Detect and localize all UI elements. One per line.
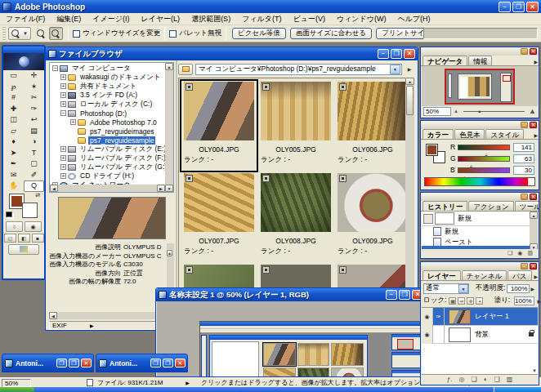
adobe-online-button[interactable] [3, 53, 44, 70]
layer-row[interactable]: ◉ ✑ レイヤー 1 [422, 308, 538, 326]
zoom-out-mountain-icon[interactable]: ▲ [454, 109, 458, 114]
tree-hscrollbar[interactable]: ◀ ▶ [50, 185, 165, 192]
panel-tab[interactable]: 色見本 [454, 129, 485, 139]
thumbnail-item[interactable]: OLY007.JPG ランク : - [181, 172, 257, 263]
tree-toggle[interactable] [70, 137, 76, 143]
file-browser-titlebar[interactable]: ファイルブラウザ − ❐ ✕ [46, 47, 418, 60]
tool-button[interactable]: ➤ [3, 148, 24, 159]
windows-taskbar[interactable] [0, 387, 541, 392]
panel-titlebar[interactable]: − ✕ [421, 47, 539, 56]
tree-item[interactable]: + Adobe Photoshop 7.0 [51, 118, 165, 127]
tree-item[interactable]: + wakasugi のドキュメント [51, 73, 165, 82]
panel-tab[interactable]: 情報 [468, 56, 492, 65]
swap-colors-icon[interactable]: ⇄ [35, 192, 40, 198]
channel-slider[interactable]: ▵ [458, 156, 510, 162]
tool-button[interactable]: ♦ [3, 136, 24, 148]
fullscreen-menubar-button[interactable]: ◧ [18, 234, 30, 243]
menu-item[interactable]: フィルタ(T) [236, 14, 287, 24]
tree-toggle[interactable]: + [70, 119, 76, 125]
layers-foot-icon[interactable]: ▥ [507, 376, 513, 384]
panel-menu-icon[interactable]: ▶ [534, 132, 538, 138]
arrow-right-icon[interactable]: ▶ [530, 286, 534, 292]
panel-tab[interactable]: ナビゲータ [423, 56, 467, 65]
scroll-right-icon[interactable]: ▶ [157, 185, 165, 192]
layer-row[interactable]: ◉ 背景 [422, 326, 538, 344]
color-spectrum-ramp[interactable] [424, 177, 535, 186]
thumbnail-item[interactable]: OLY005.JPG ランク : - [257, 80, 334, 172]
tree-toggle[interactable] [70, 128, 76, 134]
background-color-swatch[interactable] [22, 203, 38, 218]
resize-windows-checkbox[interactable]: ウィンドウサイズを変更 [73, 29, 160, 38]
minimize-button[interactable]: − [521, 263, 528, 270]
zoom-in-button[interactable] [34, 27, 48, 40]
tree-toggle[interactable]: + [60, 146, 66, 152]
minimize-button[interactable]: − [386, 290, 397, 300]
visibility-eye-icon[interactable]: ◉ [422, 308, 433, 326]
tree-item[interactable]: ps7_revguidesample [51, 136, 165, 145]
scroll-left-icon[interactable]: ◀ [50, 185, 58, 192]
navigator-zoom-input[interactable] [423, 107, 451, 116]
scroll-up-icon[interactable]: ▲ [165, 63, 173, 70]
tree-toggle[interactable]: − [60, 110, 66, 116]
tool-button[interactable]: ▢ [24, 158, 44, 170]
start-button[interactable] [0, 387, 34, 392]
navigator-proxy-view[interactable] [445, 69, 515, 105]
restore-button[interactable]: ❐ [56, 359, 67, 368]
dropdown-icon[interactable]: ▼ [390, 65, 400, 74]
tool-button[interactable]: T [24, 148, 44, 159]
document-titlebar[interactable]: 名称未設定 1 @ 50% (レイヤー 1, RGB) − ❐ ✕ [156, 288, 426, 301]
up-folder-button[interactable] [178, 64, 193, 75]
navigator-zoom-slider[interactable]: ▲ ▴ ▲ [454, 107, 536, 115]
tool-button[interactable]: ✚ [3, 104, 24, 115]
tool-button[interactable]: Q [24, 180, 44, 192]
toolbox-titlebar[interactable] [3, 47, 44, 53]
tool-button[interactable]: # [3, 92, 24, 104]
standard-screen-button[interactable]: ◱ [4, 234, 16, 243]
jump-to-imageready-button[interactable] [8, 244, 39, 255]
panel-tab[interactable]: チャンネル [462, 270, 507, 280]
scroll-left-icon[interactable]: ◀ [49, 312, 57, 319]
panel-titlebar[interactable]: − ✕ [421, 262, 539, 270]
maximize-button[interactable]: ❐ [391, 49, 402, 59]
minimize-button[interactable]: − [521, 122, 528, 128]
panel-titlebar[interactable]: − ✕ [421, 121, 539, 129]
blend-mode-select[interactable]: 通常 ▼ [423, 283, 469, 294]
tree-toggle[interactable]: − [52, 65, 58, 71]
panel-tab[interactable]: パス [507, 270, 531, 280]
close-button[interactable]: ✕ [404, 49, 415, 59]
channel-value[interactable]: 63 [513, 154, 534, 163]
panel-titlebar[interactable]: − ✕ [421, 193, 539, 201]
thumbnail-item[interactable]: OLY004.JPG ランク : - [181, 80, 257, 172]
panel-tab[interactable]: アクション [468, 201, 514, 211]
tool-button[interactable]: ✂ [24, 92, 44, 104]
history-foot-icon[interactable]: ❏ [507, 250, 512, 256]
tree-toggle[interactable]: + [60, 164, 66, 170]
standard-mode-button[interactable]: ○ [6, 221, 23, 232]
tree-item[interactable]: + リムーバブル ディスク (E:) [51, 145, 165, 154]
tree-toggle[interactable]: + [60, 83, 66, 89]
close-button[interactable]: ✕ [530, 194, 537, 200]
layers-foot-icon[interactable]: ❑ [494, 376, 499, 384]
restore-button[interactable]: ❐ [512, 2, 525, 12]
browser-menu-button[interactable]: ▶ [405, 64, 414, 75]
history-state-row[interactable]: 新規 [422, 226, 530, 237]
options-bar-button[interactable]: 画面サイズに合わせる [290, 28, 372, 39]
maximize-button[interactable]: ❐ [399, 290, 410, 300]
tool-button[interactable]: ▱ [3, 126, 24, 137]
menu-item[interactable]: レイヤー(L) [135, 14, 186, 24]
layers-foot-icon[interactable]: ƒ. [447, 376, 453, 384]
thumbnail-item[interactable]: OLY009.JPG ランク : - [334, 172, 405, 263]
panel-menu-icon[interactable]: ▶ [534, 59, 538, 65]
maximize-button[interactable]: ❐ [69, 359, 79, 368]
menu-item[interactable]: ビュー(V) [287, 14, 330, 24]
tool-button[interactable]: ✐ [24, 170, 44, 181]
close-button[interactable]: ✕ [530, 263, 537, 270]
tree-item[interactable]: + リムーバブル ディスク (G:) [51, 163, 165, 172]
tree-scrollbar[interactable]: ▲ ▼ [165, 63, 173, 192]
tree-item[interactable]: ps7_revguideimages [51, 127, 165, 136]
thumbnail-item[interactable]: OLY008.JPG ランク : - [257, 172, 334, 263]
visibility-eye-icon[interactable]: ◉ [422, 326, 433, 344]
tree-toggle[interactable]: + [60, 101, 66, 107]
minimized-document-window[interactable]: Antoni... ❐ ❐ ✕ [2, 354, 94, 372]
tool-button[interactable]: ✶ [24, 82, 44, 93]
